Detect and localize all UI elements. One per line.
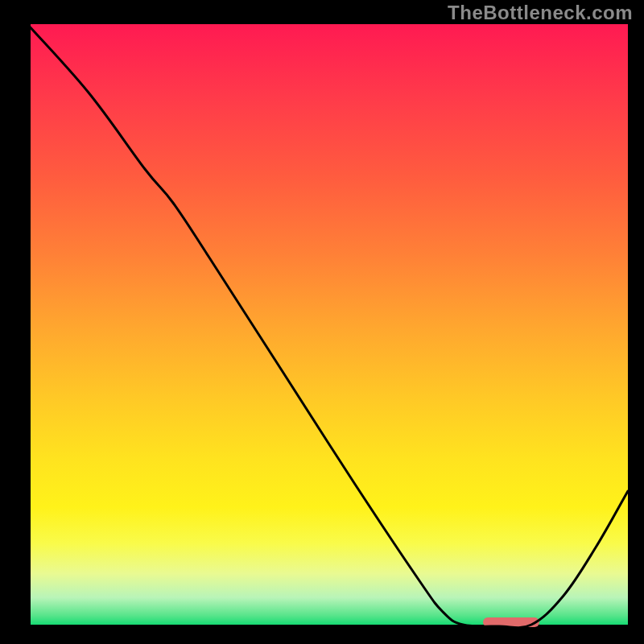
chart-gradient-bg bbox=[27, 24, 628, 628]
bottleneck-chart: TheBottleneck.com bbox=[0, 0, 644, 644]
watermark-text: TheBottleneck.com bbox=[448, 2, 633, 24]
chart-svg bbox=[0, 0, 644, 644]
